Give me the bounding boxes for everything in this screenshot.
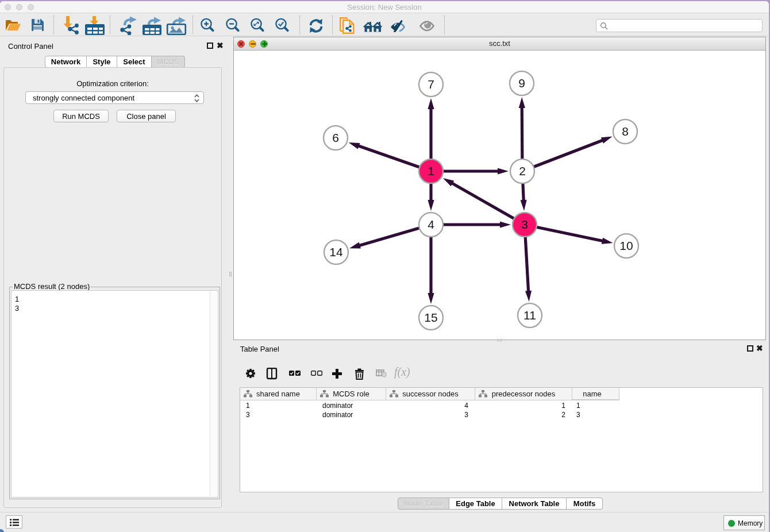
svg-text:10: 10 [619, 239, 633, 252]
svg-text:7: 7 [428, 78, 434, 91]
svg-text:11: 11 [523, 309, 536, 322]
svg-text:14: 14 [329, 245, 343, 259]
svg-text:8: 8 [622, 125, 629, 138]
svg-text:6: 6 [332, 131, 339, 144]
svg-text:4: 4 [428, 218, 434, 231]
svg-text:2: 2 [519, 164, 526, 178]
svg-text:3: 3 [521, 218, 528, 231]
svg-text:15: 15 [424, 311, 437, 324]
svg-text:9: 9 [518, 76, 525, 90]
svg-text:1: 1 [428, 164, 434, 178]
